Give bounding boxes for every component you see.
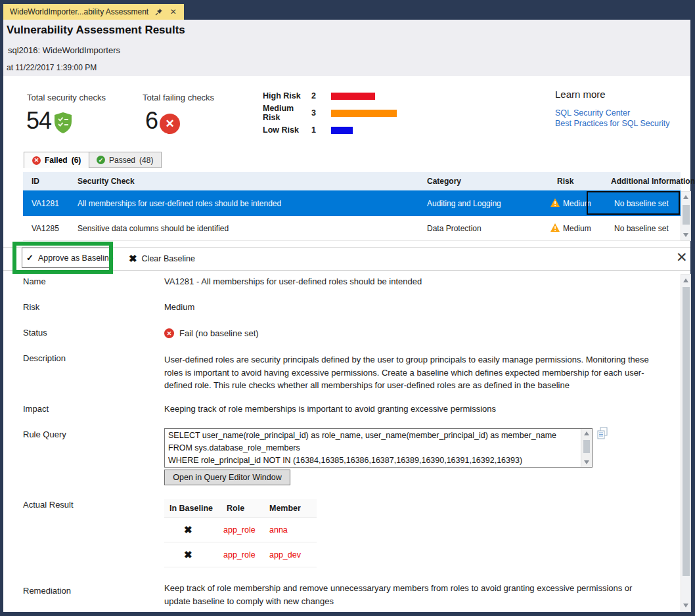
tab-close-icon[interactable]: ✕: [169, 8, 177, 16]
result-row-app-dev[interactable]: ✖ app_role app_dev: [164, 542, 317, 567]
cell-category: Data Protection: [427, 216, 482, 240]
col-member: Member: [269, 499, 301, 517]
failing-checks-value: 6: [145, 107, 158, 135]
failed-tab-label: Failed: [45, 156, 68, 165]
x-icon: ✖: [129, 253, 137, 265]
passed-tab-count: (48): [139, 156, 153, 165]
risk-value: Medium: [164, 302, 194, 312]
col-role: Role: [227, 499, 244, 517]
scroll-down-icon[interactable]: [683, 604, 688, 607]
warning-triangle-icon: [550, 198, 560, 209]
cell-id: VA1281: [32, 190, 59, 216]
remediation-label: Remediation: [23, 586, 71, 596]
grid-header[interactable]: ID Security Check Category Risk Addition…: [23, 172, 681, 190]
fail-status-icon: ✕: [164, 328, 174, 338]
passed-tab-label: Passed: [109, 156, 135, 165]
document-tab-title: WideWorldImporter...ability Assessment: [10, 7, 148, 16]
clear-label: Clear Baseline: [142, 254, 195, 263]
scroll-down-icon[interactable]: [683, 233, 688, 237]
high-risk-count: 2: [311, 91, 331, 100]
col-risk[interactable]: Risk: [557, 172, 573, 190]
cell-id: VA1285: [32, 216, 59, 240]
low-risk-label: Low Risk: [263, 125, 311, 135]
not-in-baseline-icon: ✖: [184, 517, 192, 542]
shield-check-icon: [53, 112, 73, 137]
result-table-header: In Baseline Role Member: [164, 499, 317, 517]
warning-triangle-icon: [550, 223, 560, 234]
cell-risk: Medium: [550, 216, 591, 240]
risk-label: Risk: [23, 302, 39, 312]
fail-x-icon: ✕: [160, 114, 180, 134]
medium-risk-bar: [331, 110, 397, 117]
failed-tab-count: (6): [72, 156, 81, 165]
result-row-anna[interactable]: ✖ app_role anna: [164, 517, 317, 542]
not-in-baseline-icon: ✖: [184, 542, 192, 567]
result-role: app_role: [223, 542, 256, 567]
vulnerability-assessment-window: WideWorldImporter...ability Assessment ✕…: [0, 0, 695, 616]
failed-tab-icon: ✕: [32, 156, 41, 165]
scroll-down-icon[interactable]: [584, 460, 589, 464]
name-label: Name: [23, 276, 46, 286]
document-tab[interactable]: WideWorldImporter...ability Assessment ✕: [3, 4, 184, 20]
table-row-va1281[interactable]: VA1281 All memberships for user-defined …: [23, 190, 681, 216]
remediation-value: Keep track of role membership and remove…: [164, 582, 656, 608]
query-scrollbar[interactable]: [581, 429, 592, 467]
cell-category: Auditing and Logging: [427, 190, 501, 216]
scroll-up-icon[interactable]: [683, 278, 688, 282]
low-risk-bar: [331, 127, 353, 134]
failing-checks-label: Total failing checks: [143, 93, 214, 102]
status-value: Fail (no baseline set): [179, 328, 259, 338]
link-sql-security-center[interactable]: SQL Security Center: [555, 108, 630, 118]
status-label: Status: [23, 328, 47, 338]
server-database: sql2016: WideWorldImporters: [8, 45, 120, 55]
col-security-check[interactable]: Security Check: [78, 172, 135, 190]
actual-result-label: Actual Result: [23, 500, 74, 510]
high-risk-bar: [331, 93, 375, 100]
rule-query-text[interactable]: SELECT user_name(role_principal_id) as r…: [168, 429, 579, 467]
legend-row-high: High Risk 2: [263, 91, 375, 100]
cell-additional-info: No baseline set: [614, 190, 669, 216]
cell-check: All memberships for user-defined roles s…: [78, 190, 281, 216]
passed-tab-icon: ✓: [97, 156, 105, 164]
clear-baseline-button[interactable]: ✖ Clear Baseline: [129, 253, 195, 265]
name-value: VA1281 - All memberships for user-define…: [164, 276, 422, 286]
result-member: anna: [269, 517, 288, 542]
cell-risk: Medium: [550, 190, 591, 216]
details-scrollbar[interactable]: [681, 274, 691, 612]
query-scrollbar-thumb[interactable]: [583, 440, 590, 453]
result-member: app_dev: [269, 542, 301, 567]
tab-passed[interactable]: ✓ Passed (48): [88, 152, 162, 168]
risk-text: Medium: [563, 224, 591, 233]
grid-scrollbar-thumb[interactable]: [683, 205, 690, 225]
copy-icon[interactable]: [596, 427, 609, 443]
scroll-up-icon[interactable]: [683, 195, 688, 199]
pin-icon[interactable]: [154, 8, 163, 16]
description-label: Description: [23, 353, 66, 363]
col-in-baseline: In Baseline: [169, 499, 213, 517]
open-in-query-editor-button[interactable]: Open in Query Editor Window: [164, 470, 290, 485]
high-risk-label: High Risk: [263, 91, 311, 100]
learn-more-title: Learn more: [555, 89, 606, 100]
col-id[interactable]: ID: [32, 172, 39, 190]
legend-row-low: Low Risk 1: [263, 125, 353, 135]
close-details-icon[interactable]: ✕: [676, 250, 688, 265]
scan-timestamp: at 11/22/2017 1:39:00 PM: [7, 63, 97, 72]
legend-row-medium: Medium Risk 3: [263, 108, 397, 118]
tab-failed[interactable]: ✕ Failed (6): [24, 152, 89, 168]
low-risk-count: 1: [311, 125, 331, 135]
col-category[interactable]: Category: [427, 172, 461, 190]
page-title: Vulnerability Assessment Results: [7, 24, 185, 37]
grid-scrollbar[interactable]: [681, 191, 691, 241]
impact-value: Keeping track of role memberships is imp…: [164, 404, 496, 414]
description-value: User-defined roles are security principa…: [164, 353, 667, 392]
table-row-va1285[interactable]: VA1285 Sensitive data columns should be …: [23, 216, 681, 241]
rule-query-textbox[interactable]: SELECT user_name(role_principal_id) as r…: [164, 428, 593, 468]
col-additional-info[interactable]: Additional Information: [611, 172, 695, 190]
rule-query-label: Rule Query: [23, 429, 66, 439]
cell-additional-info: No baseline set: [614, 216, 669, 240]
result-role: app_role: [223, 517, 256, 542]
impact-label: Impact: [23, 404, 49, 414]
details-scrollbar-thumb[interactable]: [683, 287, 690, 576]
scroll-up-icon[interactable]: [584, 431, 589, 435]
link-best-practices[interactable]: Best Practices for SQL Security: [555, 119, 670, 128]
